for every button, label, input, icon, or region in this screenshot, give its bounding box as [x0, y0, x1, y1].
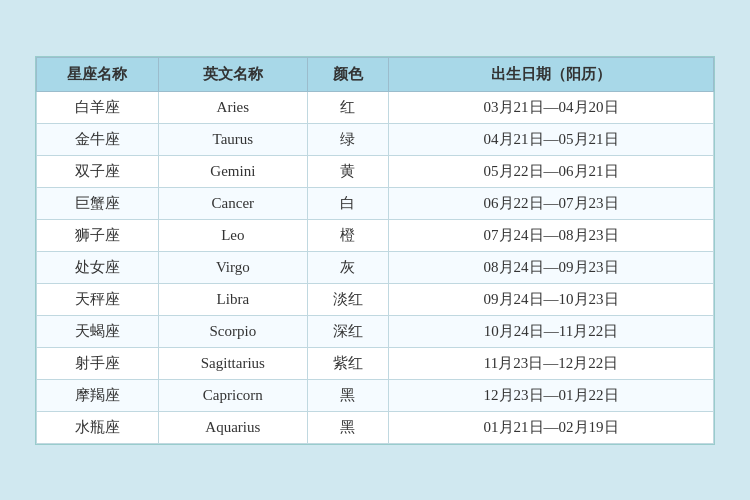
cell-color: 橙 [307, 219, 388, 251]
header-chinese: 星座名称 [37, 57, 159, 91]
cell-date: 09月24日—10月23日 [389, 283, 714, 315]
cell-color: 黑 [307, 411, 388, 443]
cell-chinese: 射手座 [37, 347, 159, 379]
cell-color: 黄 [307, 155, 388, 187]
header-date: 出生日期（阳历） [389, 57, 714, 91]
cell-english: Taurus [158, 123, 307, 155]
table-row: 水瓶座Aquarius黑01月21日—02月19日 [37, 411, 714, 443]
cell-english: Virgo [158, 251, 307, 283]
cell-date: 11月23日—12月22日 [389, 347, 714, 379]
cell-chinese: 水瓶座 [37, 411, 159, 443]
table-row: 白羊座Aries红03月21日—04月20日 [37, 91, 714, 123]
cell-chinese: 天蝎座 [37, 315, 159, 347]
cell-english: Aries [158, 91, 307, 123]
table-row: 金牛座Taurus绿04月21日—05月21日 [37, 123, 714, 155]
cell-chinese: 天秤座 [37, 283, 159, 315]
cell-chinese: 双子座 [37, 155, 159, 187]
cell-english: Aquarius [158, 411, 307, 443]
cell-date: 08月24日—09月23日 [389, 251, 714, 283]
cell-english: Scorpio [158, 315, 307, 347]
cell-english: Leo [158, 219, 307, 251]
cell-color: 白 [307, 187, 388, 219]
table-body: 白羊座Aries红03月21日—04月20日金牛座Taurus绿04月21日—0… [37, 91, 714, 443]
cell-date: 10月24日—11月22日 [389, 315, 714, 347]
cell-english: Gemini [158, 155, 307, 187]
header-color: 颜色 [307, 57, 388, 91]
cell-date: 01月21日—02月19日 [389, 411, 714, 443]
zodiac-table: 星座名称 英文名称 颜色 出生日期（阳历） 白羊座Aries红03月21日—04… [36, 57, 714, 444]
cell-date: 04月21日—05月21日 [389, 123, 714, 155]
cell-chinese: 狮子座 [37, 219, 159, 251]
header-english: 英文名称 [158, 57, 307, 91]
cell-color: 黑 [307, 379, 388, 411]
cell-color: 红 [307, 91, 388, 123]
cell-date: 06月22日—07月23日 [389, 187, 714, 219]
cell-english: Libra [158, 283, 307, 315]
cell-color: 淡红 [307, 283, 388, 315]
cell-chinese: 处女座 [37, 251, 159, 283]
cell-chinese: 摩羯座 [37, 379, 159, 411]
table-row: 天蝎座Scorpio深红10月24日—11月22日 [37, 315, 714, 347]
cell-chinese: 巨蟹座 [37, 187, 159, 219]
cell-color: 紫红 [307, 347, 388, 379]
cell-english: Sagittarius [158, 347, 307, 379]
cell-color: 深红 [307, 315, 388, 347]
cell-chinese: 白羊座 [37, 91, 159, 123]
cell-date: 12月23日—01月22日 [389, 379, 714, 411]
cell-color: 绿 [307, 123, 388, 155]
table-row: 双子座Gemini黄05月22日—06月21日 [37, 155, 714, 187]
table-row: 处女座Virgo灰08月24日—09月23日 [37, 251, 714, 283]
cell-chinese: 金牛座 [37, 123, 159, 155]
table-header-row: 星座名称 英文名称 颜色 出生日期（阳历） [37, 57, 714, 91]
table-row: 巨蟹座Cancer白06月22日—07月23日 [37, 187, 714, 219]
cell-date: 05月22日—06月21日 [389, 155, 714, 187]
cell-date: 03月21日—04月20日 [389, 91, 714, 123]
zodiac-table-container: 星座名称 英文名称 颜色 出生日期（阳历） 白羊座Aries红03月21日—04… [35, 56, 715, 445]
table-row: 摩羯座Capricorn黑12月23日—01月22日 [37, 379, 714, 411]
table-row: 狮子座Leo橙07月24日—08月23日 [37, 219, 714, 251]
cell-color: 灰 [307, 251, 388, 283]
table-row: 射手座Sagittarius紫红11月23日—12月22日 [37, 347, 714, 379]
cell-date: 07月24日—08月23日 [389, 219, 714, 251]
table-row: 天秤座Libra淡红09月24日—10月23日 [37, 283, 714, 315]
cell-english: Cancer [158, 187, 307, 219]
cell-english: Capricorn [158, 379, 307, 411]
